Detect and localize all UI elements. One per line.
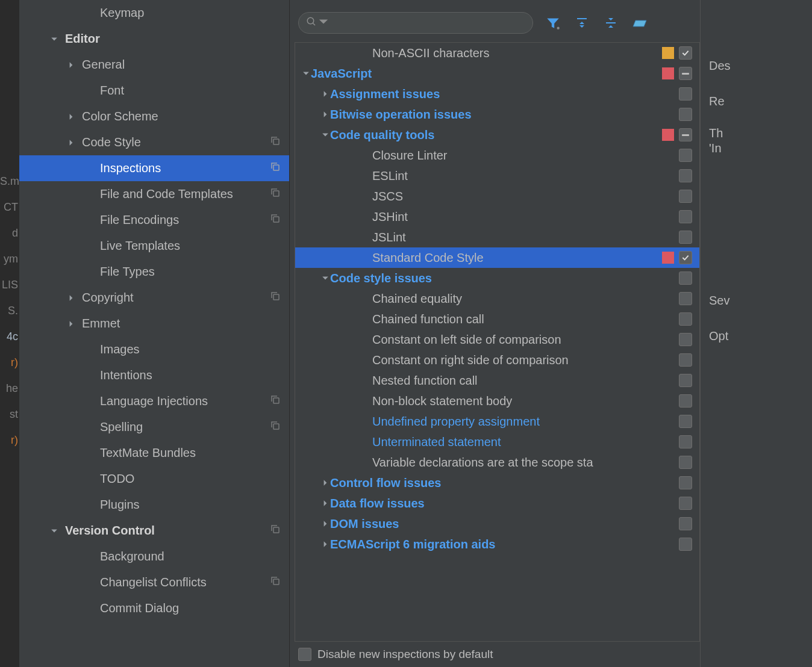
inspection-row[interactable]: Assignment issues	[295, 84, 699, 104]
inspection-row[interactable]: Chained equality	[295, 288, 699, 309]
inspection-row[interactable]: Standard Code Style	[295, 247, 699, 268]
inspection-row[interactable]: Non-ASCII characters	[295, 43, 699, 63]
inspection-row[interactable]: JSCS	[295, 186, 699, 206]
inspection-checkbox[interactable]	[679, 46, 692, 60]
detail-text: Th	[709, 126, 812, 140]
sidebar-item-todo[interactable]: TODO	[19, 466, 289, 492]
inspection-row[interactable]: Unterminated statement	[295, 432, 699, 452]
inspection-row[interactable]: Control flow issues	[295, 473, 699, 493]
inspection-checkbox[interactable]	[679, 456, 692, 469]
sidebar-item-emmet[interactable]: Emmet	[19, 311, 289, 337]
inspection-checkbox[interactable]	[679, 312, 692, 326]
inspection-checkbox[interactable]	[679, 108, 692, 121]
sidebar-item-general[interactable]: General	[19, 52, 289, 78]
inspection-row[interactable]: Code style issues	[295, 268, 699, 288]
inspection-row[interactable]: Nested function call	[295, 370, 699, 391]
inspection-row[interactable]: DOM issues	[295, 513, 699, 534]
sidebar-item-images[interactable]: Images	[19, 337, 289, 362]
sidebar-item-changelist-conflicts[interactable]: Changelist Conflicts	[19, 569, 289, 595]
sidebar-item-plugins[interactable]: Plugins	[19, 492, 289, 518]
inspection-checkbox[interactable]	[679, 87, 692, 101]
inspection-row[interactable]: Bitwise operation issues	[295, 104, 699, 125]
severity-indicator	[662, 129, 674, 141]
inspection-checkbox[interactable]	[679, 169, 692, 182]
sidebar-item-file-and-code-templates[interactable]: File and Code Templates	[19, 181, 289, 207]
copy-profile-icon	[270, 524, 281, 538]
expand-all-button[interactable]	[573, 14, 591, 32]
inspection-checkbox[interactable]	[679, 67, 692, 80]
inspection-checkbox[interactable]	[679, 353, 692, 367]
inspection-row[interactable]: Non-block statement body	[295, 391, 699, 411]
inspection-checkbox[interactable]	[679, 538, 692, 551]
severity-indicator	[662, 47, 674, 59]
inspection-checkbox[interactable]	[679, 210, 692, 223]
sidebar-item-font[interactable]: Font	[19, 78, 289, 104]
inspection-checkbox[interactable]	[679, 190, 692, 203]
inspection-checkbox[interactable]	[679, 374, 692, 387]
sidebar-item-editor[interactable]: Editor	[19, 26, 289, 52]
svg-point-11	[557, 27, 560, 29]
sidebar-item-label: Live Templates	[100, 239, 289, 253]
severity-indicator	[662, 252, 674, 264]
sidebar-item-copyright[interactable]: Copyright	[19, 285, 289, 311]
inspections-tree[interactable]: Non-ASCII charactersJavaScriptAssignment…	[295, 42, 700, 642]
sidebar-item-label: File Encodings	[100, 213, 270, 227]
collapse-all-button[interactable]	[602, 14, 620, 32]
sidebar-item-spelling[interactable]: Spelling	[19, 414, 289, 440]
inspection-row[interactable]: ECMAScript 6 migration aids	[295, 534, 699, 554]
sidebar-item-label: Color Scheme	[82, 110, 289, 123]
inspection-row[interactable]: JSLint	[295, 227, 699, 247]
disable-new-checkbox[interactable]	[298, 648, 311, 661]
inspection-row[interactable]: Closure Linter	[295, 145, 699, 166]
sidebar-item-intentions[interactable]: Intentions	[19, 362, 289, 388]
sidebar-item-label: Emmet	[82, 317, 289, 330]
sidebar-item-label: Version Control	[65, 524, 270, 538]
inspection-row[interactable]: JavaScript	[295, 63, 699, 84]
sidebar-item-inspections[interactable]: Inspections	[19, 155, 289, 181]
inspection-row[interactable]: Data flow issues	[295, 493, 699, 513]
inspection-row[interactable]: Constant on left side of comparison	[295, 329, 699, 350]
inspection-row[interactable]: Variable declarations are at the scope s…	[295, 452, 699, 473]
sidebar-item-file-types[interactable]: File Types	[19, 259, 289, 285]
sidebar-item-background[interactable]: Background	[19, 544, 289, 569]
svg-rect-0	[273, 139, 279, 144]
inspection-row[interactable]: Code quality tools	[295, 125, 699, 145]
inspection-label: JavaScript	[311, 67, 662, 81]
sidebar-item-color-scheme[interactable]: Color Scheme	[19, 104, 289, 129]
inspection-checkbox[interactable]	[679, 231, 692, 244]
search-box[interactable]	[298, 12, 533, 34]
sidebar-item-language-injections[interactable]: Language Injections	[19, 388, 289, 414]
sidebar-item-file-encodings[interactable]: File Encodings	[19, 207, 289, 233]
inspection-checkbox[interactable]	[679, 517, 692, 530]
sidebar-item-keymap[interactable]: Keymap	[19, 0, 289, 26]
inspection-row[interactable]: Chained function call	[295, 309, 699, 329]
inspection-checkbox[interactable]	[679, 394, 692, 408]
inspection-row[interactable]: ESLint	[295, 166, 699, 186]
inspection-label: Chained function call	[372, 312, 679, 326]
filter-button[interactable]	[544, 14, 562, 32]
tree-arrow-icon	[320, 520, 330, 527]
inspection-checkbox[interactable]	[679, 251, 692, 264]
inspection-checkbox[interactable]	[679, 415, 692, 428]
inspection-checkbox[interactable]	[679, 476, 692, 489]
sidebar-item-commit-dialog[interactable]: Commit Dialog	[19, 595, 289, 621]
inspection-checkbox[interactable]	[679, 497, 692, 510]
search-input[interactable]	[334, 17, 525, 29]
sidebar-item-textmate-bundles[interactable]: TextMate Bundles	[19, 440, 289, 466]
sidebar-item-label: Language Injections	[100, 394, 270, 408]
inspection-checkbox[interactable]	[679, 292, 692, 305]
inspection-checkbox[interactable]	[679, 435, 692, 448]
inspection-checkbox[interactable]	[679, 128, 692, 141]
inspection-row[interactable]: Constant on right side of comparison	[295, 350, 699, 370]
reset-button[interactable]	[631, 14, 649, 32]
sidebar-item-code-style[interactable]: Code Style	[19, 129, 289, 155]
inspection-checkbox[interactable]	[679, 333, 692, 346]
inspection-checkbox[interactable]	[679, 149, 692, 162]
sidebar-item-version-control[interactable]: Version Control	[19, 518, 289, 544]
inspection-row[interactable]: Undefined property assignment	[295, 411, 699, 432]
sidebar-item-live-templates[interactable]: Live Templates	[19, 233, 289, 259]
description-heading: Des	[709, 59, 812, 73]
inspection-row[interactable]: JSHint	[295, 206, 699, 227]
sidebar-item-label: File Types	[100, 265, 289, 279]
inspection-checkbox[interactable]	[679, 271, 692, 285]
